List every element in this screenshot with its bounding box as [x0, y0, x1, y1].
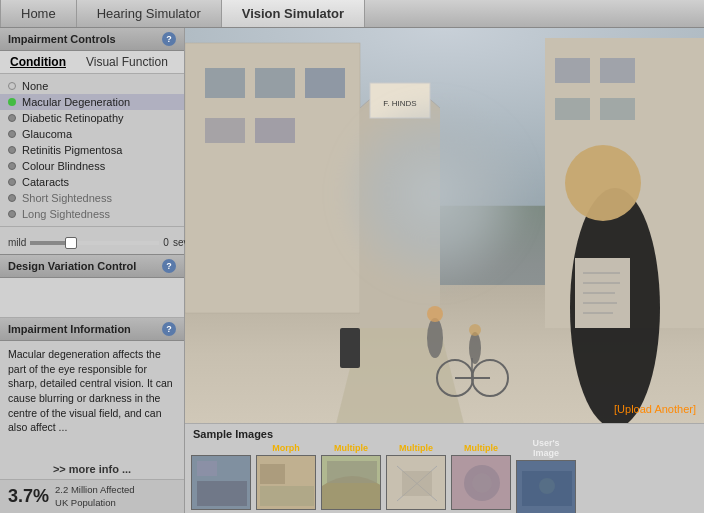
sample-thumb-multiple-3[interactable]: Multiple — [451, 443, 511, 510]
dot-macular — [8, 98, 16, 106]
thumb-img-multiple1[interactable] — [321, 455, 381, 510]
thumb-svg-multi3 — [452, 456, 511, 510]
svg-point-15 — [427, 318, 443, 358]
svg-rect-19 — [340, 328, 360, 368]
svg-rect-38 — [260, 486, 314, 506]
thumb-img-user[interactable] — [516, 460, 576, 513]
svg-rect-12 — [600, 58, 635, 83]
thumb-svg-multi2 — [387, 456, 446, 510]
impairment-info-header: Impairment Information ? — [0, 318, 184, 341]
upload-another-link[interactable]: [Upload Another] — [614, 403, 696, 415]
condition-colour-blindness[interactable]: Colour Blindness — [0, 158, 184, 174]
tab-visual-function[interactable]: Visual Function — [76, 51, 178, 73]
svg-rect-44 — [402, 471, 432, 496]
mild-label: mild — [8, 237, 26, 248]
dot-diabetic — [8, 114, 16, 122]
thumb-multiple2-label: Multiple — [399, 443, 433, 453]
dot-cataracts — [8, 178, 16, 186]
impairment-controls-help-icon[interactable]: ? — [162, 32, 176, 46]
thumb-img-multiple2[interactable] — [386, 455, 446, 510]
svg-rect-13 — [555, 98, 590, 120]
dot-colour-blindness — [8, 162, 16, 170]
design-variation-label: Design Variation Control — [8, 260, 136, 272]
condition-glaucoma[interactable]: Glaucoma — [0, 126, 184, 142]
condition-macular[interactable]: Macular Degeneration — [0, 94, 184, 110]
thumb-user-label: User'sImage — [532, 438, 559, 458]
condition-long-sightedness[interactable]: Long Sightedness — [0, 206, 184, 222]
svg-rect-2 — [205, 68, 245, 98]
left-panel: Impairment Controls ? Condition Visual F… — [0, 28, 185, 513]
sample-thumb-1[interactable]: x — [191, 443, 251, 510]
sample-thumb-multiple-1[interactable]: Multiple — [321, 443, 381, 510]
sample-images-label: Sample Images — [193, 428, 273, 440]
stats-line2: UK Population — [55, 497, 135, 509]
impairment-controls-label: Impairment Controls — [8, 33, 116, 45]
dot-short-sight — [8, 194, 16, 202]
svg-rect-4 — [305, 68, 345, 98]
severity-value: 0 — [163, 237, 169, 248]
thumb-img-multiple3[interactable] — [451, 455, 511, 510]
main-image-area: F. HINDS — [185, 28, 704, 423]
thumb-svg-morph — [257, 456, 316, 510]
thumb-svg-multi1 — [322, 456, 381, 510]
sample-thumb-multiple-2[interactable]: Multiple — [386, 443, 446, 510]
tab-hearing-simulator[interactable]: Hearing Simulator — [77, 0, 222, 27]
impairment-controls-header: Impairment Controls ? — [0, 28, 184, 51]
stats-line1: 2.2 Million Affected — [55, 484, 135, 496]
sample-images-bar: Sample Images x Morph — [185, 423, 704, 513]
top-navigation: Home Hearing Simulator Vision Simulator — [0, 0, 704, 28]
sample-thumb-user[interactable]: User'sImage — [516, 438, 576, 513]
svg-rect-34 — [197, 461, 217, 476]
main-content: Impairment Controls ? Condition Visual F… — [0, 28, 704, 513]
svg-rect-3 — [255, 68, 295, 98]
condition-short-sightedness[interactable]: Short Sightedness — [0, 190, 184, 206]
thumb-svg-user — [517, 461, 576, 513]
svg-point-24 — [334, 94, 534, 294]
thumb-multiple1-label: Multiple — [334, 443, 368, 453]
thumb-svg-1 — [192, 456, 251, 510]
svg-rect-5 — [205, 118, 245, 143]
dot-none — [8, 82, 16, 90]
condition-cataracts[interactable]: Cataracts — [0, 174, 184, 190]
condition-retinitis[interactable]: Retinitis Pigmentosa — [0, 142, 184, 158]
thumb-morph-label: Morph — [272, 443, 300, 453]
svg-point-26 — [565, 145, 641, 221]
impairment-info-label: Impairment Information — [8, 323, 131, 335]
condition-list: None Macular Degeneration Diabetic Retin… — [0, 74, 184, 226]
svg-point-47 — [472, 473, 492, 493]
thumb-multiple3-label: Multiple — [464, 443, 498, 453]
svg-rect-37 — [260, 464, 285, 484]
bottom-stats: 3.7% 2.2 Million Affected UK Population — [0, 479, 184, 513]
tab-vision-simulator[interactable]: Vision Simulator — [222, 0, 365, 27]
impairment-info-section: Impairment Information ? Macular degener… — [0, 318, 184, 479]
dot-long-sight — [8, 210, 16, 218]
svg-rect-35 — [197, 481, 247, 506]
severity-area: mild 0 severe — [0, 226, 184, 254]
svg-rect-14 — [600, 98, 635, 120]
right-content: F. HINDS — [185, 28, 704, 513]
variation-controls-area — [0, 278, 184, 318]
street-svg: F. HINDS — [185, 28, 704, 423]
condition-none[interactable]: None — [0, 78, 184, 94]
sample-thumb-morph[interactable]: Morph — [256, 443, 316, 510]
affected-percentage: 3.7% — [8, 486, 49, 507]
thumb-img-1[interactable] — [191, 455, 251, 510]
dot-glaucoma — [8, 130, 16, 138]
severity-slider[interactable] — [30, 241, 159, 245]
svg-rect-11 — [555, 58, 590, 83]
tab-condition[interactable]: Condition — [0, 51, 76, 73]
svg-point-16 — [427, 306, 443, 322]
dot-retinitis — [8, 146, 16, 154]
thumb-img-morph[interactable] — [256, 455, 316, 510]
impairment-info-text: Macular degeneration affects the part of… — [0, 341, 184, 461]
condition-diabetic[interactable]: Diabetic Retinopathy — [0, 110, 184, 126]
tab-home[interactable]: Home — [0, 0, 77, 27]
condition-tabs: Condition Visual Function — [0, 51, 184, 74]
design-variation-help-icon[interactable]: ? — [162, 259, 176, 273]
more-info-link[interactable]: >> more info ... — [0, 461, 184, 479]
design-variation-header: Design Variation Control ? — [0, 254, 184, 278]
impairment-info-help-icon[interactable]: ? — [162, 322, 176, 336]
street-scene: F. HINDS — [185, 28, 704, 423]
svg-point-50 — [539, 478, 555, 494]
svg-rect-40 — [327, 461, 377, 483]
